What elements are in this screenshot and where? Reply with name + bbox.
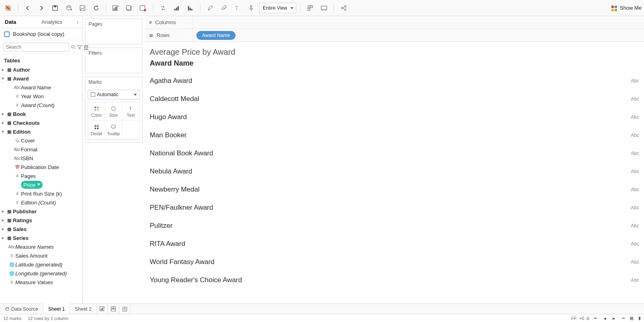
save-icon[interactable] [50,2,61,14]
field-award-count-[interactable]: #Award (Count) [0,101,82,109]
table-book[interactable]: ▸▦Book [0,109,82,118]
measure-measure-values[interactable]: #Measure Values [0,278,82,287]
field-price[interactable]: #Price [0,180,82,189]
svg-rect-64 [111,309,116,311]
table-edition[interactable]: ▾▦Edition [0,127,82,136]
mark-color[interactable]: Color [88,102,105,121]
filters-shelf[interactable]: Filters [85,47,142,73]
mark-type-dropdown[interactable]: Automatic [88,90,140,99]
sort-asc-icon[interactable] [171,2,182,14]
search-input[interactable] [3,43,69,52]
swap-icon[interactable] [157,2,169,14]
tab-data-source[interactable]: Data Source [0,304,43,314]
svg-rect-29 [311,6,313,8]
measure-latitude-generated-[interactable]: 🌐Latitude (generated) [0,260,82,269]
share-icon[interactable] [338,2,349,14]
viz-row[interactable]: Agatha AwardAbc [150,72,639,90]
new-story-icon[interactable] [119,304,130,314]
attach-icon[interactable] [218,2,229,14]
highlight-icon[interactable] [204,2,216,14]
text-icon[interactable]: T [232,2,243,14]
forward-icon[interactable] [36,2,47,14]
svg-rect-55 [111,125,116,128]
viz-row[interactable]: Hugo AwardAbc [150,108,639,126]
field-isbn[interactable]: AbcISBN [0,154,82,163]
field-edition-count-[interactable]: #Edition (Count) [0,198,82,207]
svg-rect-65 [123,307,127,311]
viz-row[interactable]: World Fantasy AwardAbc [150,253,639,271]
measure-measure-names[interactable]: AbcMeasure Names [0,242,82,251]
viz-title[interactable]: Average Price by Award [150,47,639,57]
mark-size[interactable]: Size [105,102,122,121]
show-me-button[interactable]: Show Me [611,5,642,11]
table-checkouts[interactable]: ▸▦Checkouts [0,118,82,127]
viz-row[interactable]: Young Reader's Choice AwardAbc [150,271,639,289]
tab-analytics[interactable]: Analytics [37,16,73,28]
search-icon[interactable] [71,43,76,51]
tab-sheet-2[interactable]: Sheet 2 [70,304,97,314]
pin-icon[interactable] [246,2,257,14]
mark-detail[interactable]: Detail [88,121,105,139]
autoupdate-icon[interactable] [77,2,88,14]
fit-dropdown[interactable]: Entire View [259,3,296,13]
layout-grid-icon[interactable]: ▦ [630,316,634,321]
filter-icon[interactable] [77,43,82,51]
nav-next-icon[interactable]: ► [612,316,616,321]
sort-desc-icon[interactable] [185,2,196,14]
nav-last-icon[interactable]: ⇥ [621,316,625,321]
field-format[interactable]: AbcFormat [0,145,82,154]
table-sales[interactable]: ▸▦Sales [0,225,82,233]
field-award-name[interactable]: AbcAward Name [0,83,82,92]
pages-shelf[interactable]: Pages [85,19,142,44]
tab-data[interactable]: Data [0,16,37,28]
table-ratings[interactable]: ▸▦Ratings [0,216,82,225]
refresh-icon[interactable] [91,2,102,14]
svg-rect-21 [176,8,177,10]
viz-row[interactable]: Caldecott MedalAbc [150,90,639,108]
mark-tooltip[interactable]: Tooltip [105,121,122,139]
viz-canvas[interactable]: Average Price by Award Award Name Agatha… [145,42,644,303]
svg-text:T: T [129,106,132,111]
measure-longitude-generated-[interactable]: 🌐Longitude (generated) [0,269,82,278]
field-publication-date[interactable]: 📅Publication Date [0,163,82,171]
svg-rect-25 [191,9,192,10]
svg-rect-28 [308,6,310,8]
viz-row[interactable]: PulitzerAbc [150,217,639,235]
viz-row[interactable]: Nebula AwardAbc [150,162,639,180]
tab-sheet-1[interactable]: Sheet 1 [43,303,70,314]
measure-sales-amount[interactable]: #Sales Amount [0,251,82,260]
duplicate-sheet-icon[interactable] [124,2,135,14]
nav-prev-icon[interactable]: ◄ [603,316,607,321]
table-author[interactable]: ▸▦Author [0,65,82,74]
datasource-row[interactable]: Bookshop (local copy) [0,28,82,40]
field-print-run-size-k-[interactable]: #Print Run Size (k) [0,189,82,198]
viz-row[interactable]: Man BookerAbc [150,126,639,144]
table-series[interactable]: ▸▦Series [0,233,82,242]
show-cards-icon[interactable] [305,2,316,14]
collapse-sidebar-icon[interactable]: ‹ [73,16,82,28]
clear-sheet-icon[interactable] [138,2,149,14]
logo-icon[interactable] [2,2,14,14]
new-datasource-icon[interactable] [63,2,74,14]
nav-first-icon[interactable]: ⇤ [594,316,598,321]
new-sheet-icon[interactable]: + [110,2,122,14]
rows-shelf[interactable]: ≣Rows Award Name [145,29,644,42]
field-pages[interactable]: #Pages [0,171,82,180]
back-icon[interactable] [22,2,33,14]
svg-point-39 [72,45,74,48]
table-publisher[interactable]: ▸▦Publisher [0,207,82,216]
rows-field-pill[interactable]: Award Name [196,31,235,40]
layout-single-icon[interactable]: ▮ [638,316,641,321]
mark-text[interactable]: TText [122,102,139,121]
table-award[interactable]: ▾▦Award [0,74,82,83]
viz-row[interactable]: PEN/Faulkner AwardAbc [150,198,639,217]
viz-row[interactable]: RITA AwardAbc [150,235,639,253]
new-worksheet-icon[interactable]: + [97,304,108,314]
field-year-won[interactable]: #Year Won [0,92,82,101]
viz-row[interactable]: Newberry MedalAbc [150,180,639,198]
columns-shelf[interactable]: ≡Columns [145,16,644,29]
field-cover[interactable]: 📎Cover [0,136,82,145]
new-dashboard-icon[interactable] [108,304,119,314]
presentation-icon[interactable] [318,2,330,14]
viz-row[interactable]: National Book AwardAbc [150,144,639,162]
